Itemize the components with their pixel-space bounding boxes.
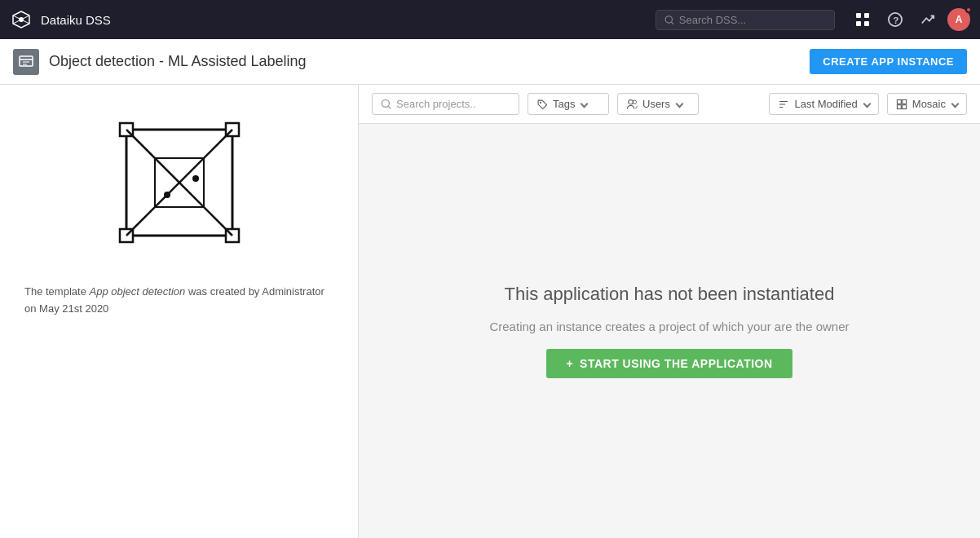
svg-rect-10 [864,21,869,26]
app-name: Dataiku DSS [41,13,647,27]
svg-rect-36 [903,99,907,104]
svg-line-6 [671,21,673,24]
start-using-button[interactable]: + START USING THE APPLICATION [546,349,792,378]
tags-chevron-icon [580,100,589,108]
top-navigation: Dataiku DSS ? [0,0,980,39]
view-mode-dropdown[interactable]: Mosaic [887,93,967,115]
notification-dot [965,7,972,13]
search-box[interactable] [656,10,835,30]
main-content: The template App object detection was cr… [0,85,980,538]
grid-icon[interactable] [850,7,876,33]
users-filter[interactable]: Users [617,93,699,115]
last-modified-chevron-icon [863,100,871,108]
search-projects-icon [381,99,391,109]
svg-text:?: ? [893,15,898,25]
sort-view-controls: Last Modified Mosaic [769,93,967,115]
mosaic-icon [896,99,907,110]
user-avatar[interactable]: A [947,8,970,31]
search-projects-input[interactable] [396,98,510,110]
tags-icon [536,99,548,110]
left-panel: The template App object detection was cr… [0,85,359,538]
tags-filter[interactable]: Tags [528,93,609,115]
logo[interactable] [10,8,33,31]
svg-point-4 [19,17,24,22]
svg-rect-8 [864,13,869,18]
svg-rect-38 [903,104,907,108]
svg-rect-7 [856,13,861,18]
page-toolbar: Object detection - ML Assisted Labeling … [0,39,980,85]
search-projects-box[interactable] [372,93,519,115]
empty-state: This application has not been instantiat… [359,124,980,538]
svg-point-30 [629,99,633,104]
search-input[interactable] [679,14,826,26]
filter-bar: Tags Users [359,85,980,124]
help-icon[interactable]: ? [882,7,908,33]
users-icon [626,99,638,110]
sort-icon [778,99,789,110]
create-app-instance-button[interactable]: CREATE APP INSTANCE [810,49,967,74]
last-modified-dropdown[interactable]: Last Modified [769,93,878,115]
empty-subtitle: Creating an instance creates a project o… [489,318,849,337]
start-btn-label: START USING THE APPLICATION [580,357,772,370]
search-icon [664,15,674,25]
svg-point-31 [633,100,636,104]
app-description: The template App object detection was cr… [16,284,342,318]
svg-line-28 [388,106,391,108]
plus-icon: + [566,357,573,370]
page-title: Object detection - ML Assisted Labeling [49,53,800,70]
svg-rect-35 [897,99,901,104]
svg-point-27 [382,99,389,107]
users-chevron-icon [676,100,684,108]
trend-icon[interactable] [915,7,941,33]
svg-point-26 [192,175,199,182]
svg-point-25 [164,192,170,198]
svg-point-5 [665,15,672,22]
svg-point-29 [540,101,541,103]
right-panel: Tags Users [359,85,980,538]
app-icon [13,49,39,75]
app-illustration [98,101,261,264]
svg-rect-37 [897,104,901,108]
svg-rect-9 [856,21,861,26]
mosaic-chevron-icon [951,100,960,108]
nav-icon-group: ? A [850,7,970,33]
app-icon-svg [102,105,257,260]
empty-title: This application has not been instantiat… [505,284,835,305]
